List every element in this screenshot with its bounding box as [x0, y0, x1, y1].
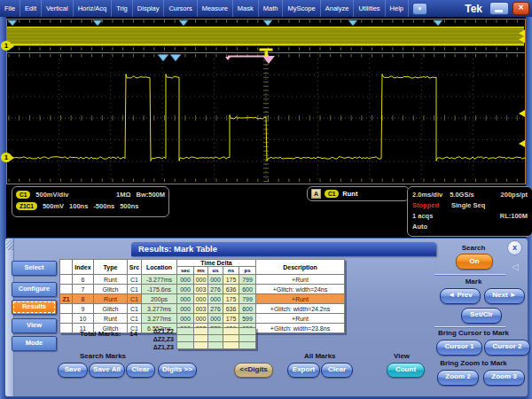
location-header: Location [142, 260, 177, 275]
marker-column-header [60, 260, 73, 275]
time-unit-header: us [208, 267, 223, 275]
zoom1-readout-badge[interactable]: Z1C1 [16, 202, 37, 210]
time-unit-header: sec [177, 267, 194, 275]
save-button[interactable]: Save [58, 363, 88, 378]
tek-logo: Tek [465, 3, 489, 15]
menu-horizacq[interactable]: Horiz/Acq [74, 0, 113, 17]
tab-configure[interactable]: Configure [12, 282, 57, 297]
delta-table [176, 327, 256, 349]
trigger-readout-box: A C1 Runt [307, 186, 410, 201]
channel1-badge[interactable]: 1 [1, 153, 12, 162]
close-dialog-button[interactable]: x [507, 240, 522, 255]
menu-bar: FileEditVerticalHoriz/AcqTrigDisplayCurs… [0, 0, 532, 17]
zoom1-timebase: 100ns [69, 202, 88, 210]
menu-utilities[interactable]: Utilities [354, 0, 385, 17]
trigger-source-badge: C1 [325, 190, 339, 198]
close-window-button[interactable]: ✕ [512, 2, 529, 15]
mark-label: Mark [429, 278, 518, 286]
mark-table-row[interactable]: Z18RuntC1200ps000000000175799+Runt [60, 294, 345, 304]
mark-table: Index Type Src Location Time Delta Descr… [59, 259, 345, 333]
src-header: Src [128, 260, 142, 275]
bring-zoom-label: Bring Zoom to Mark [420, 359, 527, 367]
index-header: Index [73, 260, 94, 275]
menu-cursors[interactable]: Cursors [164, 0, 197, 17]
digits-back-button[interactable]: <<Digits [234, 363, 273, 378]
menu-trig[interactable]: Trig [112, 0, 133, 17]
set-clear-mark-button[interactable]: Set/Clr [461, 308, 502, 324]
resize-grip-icon[interactable] [6, 240, 13, 250]
minimize-button[interactable] [489, 2, 509, 15]
digits-forward-button[interactable]: Digits >> [158, 363, 197, 378]
channel1-badge[interactable]: 1 [1, 41, 12, 51]
channel1-impedance: 1MΩ [116, 191, 130, 199]
menu-overflow-button[interactable]: ▼ [412, 3, 427, 15]
channel1-scale: 500mV/div [35, 191, 68, 199]
cursor2-button[interactable]: Cursor 2 [484, 340, 530, 356]
menu-edit[interactable]: Edit [20, 0, 42, 17]
menu-analyze[interactable]: Analyze [321, 0, 355, 17]
acquisition-mode: Single Seq [451, 201, 485, 209]
menu-display[interactable]: Display [133, 0, 165, 17]
time-unit-header: ps [239, 267, 256, 275]
horizontal-readout-box: 2.0ms/div 5.0GS/s 200ps/pt Stopped Singl… [407, 186, 532, 237]
save-all-button[interactable]: Save All [89, 363, 125, 378]
mark-table-row[interactable]: 6RuntC1-3.277ms000000000175799+Runt [60, 275, 345, 285]
zoom3-button[interactable]: Zoom 3 [483, 370, 525, 386]
menu-help[interactable]: Help [386, 0, 409, 17]
menu-items: FileEditVerticalHoriz/AcqTrigDisplayCurs… [0, 0, 409, 17]
clear-search-marks-button[interactable]: Clear [126, 363, 155, 378]
type-header: Type [94, 260, 128, 275]
zoom1-scale: 500mV [43, 202, 64, 210]
cursor1-button[interactable]: Cursor 1 [436, 340, 482, 356]
record-length: RL:100M [500, 212, 528, 220]
mark-table-row[interactable]: 9GlitchC13.277ms000003276636600+Glitch: … [60, 304, 345, 314]
divider [434, 326, 505, 327]
channel-readout-box: C1 500mV/div 1MΩ Bw:500M Z1C1 500mV 100n… [12, 186, 169, 217]
trigger-type: Runt [342, 190, 357, 198]
divider [434, 274, 505, 275]
search-marks-label: Search Marks [80, 352, 126, 360]
prev-mark-button[interactable]: ◄ Prev [440, 288, 481, 304]
export-button[interactable]: Export [287, 363, 320, 378]
tab-results[interactable]: Results [12, 300, 57, 315]
horizontal-scale: 2.0ms/div [412, 191, 442, 199]
page-left-icon[interactable]: ◁ [512, 262, 519, 271]
mark-table-row[interactable]: 10RuntC13.277ms000000000175599+Runt [60, 314, 345, 324]
time-unit-header: ns [223, 267, 239, 275]
trigger-mode: Auto [412, 223, 427, 231]
view-label: View [394, 352, 410, 360]
results-dialog: Results: Mark Table Index Type Src Locat… [4, 238, 528, 397]
delta-label: ΔZ1,Z3 [110, 343, 174, 351]
zoom2-button[interactable]: Zoom 2 [437, 370, 479, 386]
mark-table-row[interactable]: 7GlitchC1-175.6ns000003276636600+Glitch:… [60, 285, 345, 294]
all-marks-label: All Marks [304, 352, 336, 360]
bring-cursor-label: Bring Cursor to Mark [420, 329, 527, 337]
description-header: Description [256, 260, 345, 275]
resolution: 200ps/pt [501, 191, 528, 199]
menu-vertical[interactable]: Vertical [42, 0, 74, 17]
main-waveform-window [6, 52, 526, 184]
tab-view[interactable]: View [12, 318, 57, 333]
dialog-title: Results: Mark Table [131, 242, 436, 256]
menu-myscope[interactable]: MyScope [283, 0, 320, 17]
channel1-bandwidth: Bw:500M [136, 191, 165, 199]
time-delta-header: Time Delta [177, 260, 256, 267]
search-on-button[interactable]: On [456, 254, 493, 270]
next-mark-button[interactable]: Next ► [484, 288, 525, 304]
sample-rate: 5.0GS/s [450, 191, 474, 199]
menu-measure[interactable]: Measure [198, 0, 233, 17]
dialog-title-bar[interactable]: Results: Mark Table [131, 242, 436, 256]
tab-select[interactable]: Select [12, 261, 57, 276]
time-unit-header: ms [194, 267, 208, 275]
search-label: Search [429, 244, 518, 252]
tab-mode[interactable]: Mode [12, 336, 57, 351]
count-button[interactable]: Count [387, 363, 425, 378]
delta-label: ΔZ1,Z2 [110, 327, 174, 335]
channel1-readout-badge[interactable]: C1 [16, 191, 30, 199]
trigger-a-icon: A [311, 189, 321, 199]
menu-file[interactable]: File [0, 0, 20, 17]
clear-all-marks-button[interactable]: Clear [321, 363, 353, 378]
menu-math[interactable]: Math [259, 0, 284, 17]
overview-waveform-window [6, 19, 526, 53]
menu-mask[interactable]: Mask [233, 0, 259, 17]
